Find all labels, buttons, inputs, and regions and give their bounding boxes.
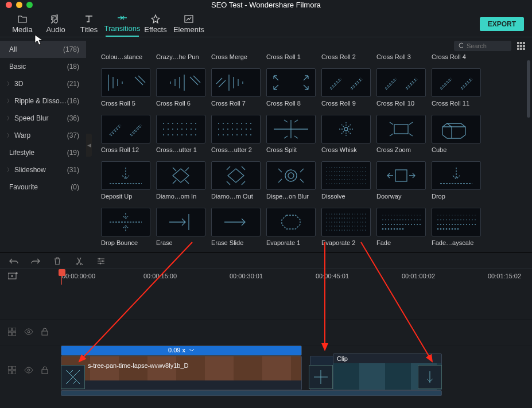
transition-thumbnail[interactable] — [432, 161, 481, 190]
transition-thumbnail[interactable] — [376, 208, 426, 236]
transition-thumbnail[interactable] — [376, 68, 426, 97]
close-window-button[interactable] — [6, 2, 12, 8]
transition-thumbnail[interactable] — [211, 68, 261, 97]
track-lock-toggle[interactable] — [41, 366, 48, 376]
svg-point-266 — [382, 228, 384, 230]
sidebar-item[interactable]: 〉3D(21) — [0, 75, 86, 92]
svg-point-269 — [391, 228, 393, 230]
svg-point-94 — [365, 171, 366, 172]
export-button[interactable]: EXPORT — [480, 17, 524, 31]
transition-thumbnail[interactable] — [321, 161, 371, 190]
svg-point-18 — [195, 123, 196, 124]
transition-name: Cross Merge — [211, 55, 247, 60]
svg-point-74 — [355, 167, 355, 168]
transition-thumbnail[interactable] — [156, 68, 205, 97]
transition-thumbnail[interactable] — [211, 208, 261, 236]
svg-point-177 — [329, 222, 329, 222]
transition-marker-start[interactable] — [61, 365, 85, 389]
transition-thumbnail[interactable] — [266, 161, 316, 190]
nav-elements[interactable]: Elements — [172, 11, 205, 37]
transition-thumbnail[interactable] — [101, 68, 150, 97]
transition-thumbnail[interactable] — [211, 161, 261, 190]
sidebar-item[interactable]: Lifestyle(19) — [0, 144, 86, 161]
transition-thumbnail[interactable] — [266, 68, 316, 97]
transition-thumbnail[interactable] — [211, 115, 261, 143]
transition-thumbnail[interactable] — [432, 208, 481, 236]
transition-thumbnail[interactable] — [156, 161, 205, 190]
sidebar-item[interactable]: All(178) — [0, 41, 86, 58]
transition-thumbnail[interactable] — [156, 115, 205, 143]
svg-rect-7 — [523, 45, 525, 47]
transition-thumbnail[interactable] — [376, 161, 426, 190]
sidebar-item[interactable]: Basic(18) — [0, 58, 86, 75]
transition-thumbnail[interactable] — [376, 115, 426, 143]
transition-thumbnail[interactable] — [266, 208, 316, 236]
transition-thumbnail[interactable] — [266, 115, 316, 143]
svg-point-80 — [329, 171, 329, 172]
undo-button[interactable] — [9, 257, 18, 266]
chevron-icon: 〉 — [7, 115, 12, 122]
transition-thumbnail[interactable] — [101, 115, 150, 143]
nav-titles[interactable]: Titles — [72, 11, 106, 37]
svg-rect-333 — [13, 332, 16, 336]
speed-bar[interactable]: 0.09 x — [61, 345, 302, 356]
transition-thumbnail[interactable] — [432, 115, 481, 143]
svg-point-199 — [344, 226, 345, 226]
add-track-button[interactable] — [8, 272, 18, 282]
split-button[interactable] — [75, 257, 84, 266]
sidebar-item[interactable]: 〉Ripple & Dissol…(16) — [0, 92, 86, 110]
svg-point-92 — [360, 171, 360, 172]
svg-point-149 — [339, 213, 340, 214]
nav-transitions[interactable]: Transitions — [106, 11, 139, 37]
transition-thumbnail[interactable] — [321, 208, 371, 236]
clip-1[interactable]: s-tree-pan-time-lapse-wvwv8ly1b_D — [61, 356, 302, 390]
sidebar-item[interactable]: 〉Warp(37) — [0, 127, 86, 144]
sidebar-collapse-handle[interactable]: ◀ — [86, 134, 92, 157]
svg-point-288 — [437, 219, 438, 220]
track-lock-toggle[interactable] — [41, 328, 48, 337]
track-2[interactable]: 0.09 x s-tree-pan-time-lapse-wvwv8ly1b_D… — [0, 345, 532, 397]
sidebar-item[interactable]: 〉Speed Blur(36) — [0, 110, 86, 127]
svg-point-298 — [466, 219, 467, 220]
svg-point-295 — [457, 219, 458, 220]
adjust-button[interactable] — [96, 257, 106, 266]
transition-thumbnail[interactable] — [101, 161, 150, 190]
maximize-window-button[interactable] — [26, 2, 33, 8]
delete-button[interactable] — [53, 257, 62, 266]
transition-thumbnail[interactable] — [321, 115, 371, 143]
track-visibility-toggle[interactable] — [24, 328, 33, 337]
svg-point-130 — [334, 183, 335, 184]
minimize-window-button[interactable] — [16, 2, 22, 8]
transition-marker-mid[interactable] — [309, 365, 333, 389]
svg-rect-338 — [8, 371, 11, 374]
svg-point-255 — [391, 224, 392, 225]
track-1[interactable] — [0, 319, 532, 345]
search-input[interactable] — [467, 42, 507, 49]
scrollbar[interactable] — [527, 60, 530, 118]
audio-clip[interactable] — [61, 390, 442, 396]
transition-thumbnail[interactable] — [101, 208, 150, 236]
transition-name: Crazy…he Pun — [156, 55, 199, 60]
transition-marker-end[interactable] — [418, 365, 442, 389]
timeline-ruler[interactable]: 00:00:00:0000:00:15:0000:00:30:0100:00:4… — [0, 269, 532, 285]
search-box[interactable] — [454, 41, 511, 51]
svg-point-208 — [326, 230, 327, 230]
nav-effects[interactable]: Effects — [139, 11, 172, 37]
transition-thumbnail[interactable] — [432, 68, 481, 97]
playhead[interactable] — [59, 269, 65, 276]
svg-point-151 — [344, 213, 345, 214]
svg-point-59 — [344, 127, 348, 131]
svg-point-228 — [394, 215, 395, 216]
grid-view-toggle[interactable] — [516, 41, 526, 51]
redo-button[interactable] — [31, 257, 40, 266]
nav-audio[interactable]: Audio — [39, 11, 72, 37]
track-visibility-toggle[interactable] — [24, 367, 33, 375]
sidebar-item[interactable]: Favourite(0) — [0, 178, 86, 196]
nav-media[interactable]: Media — [6, 11, 39, 37]
transition-thumbnail[interactable] — [156, 208, 205, 236]
sidebar-item[interactable]: 〉Slideshow(31) — [0, 161, 86, 178]
svg-point-174 — [362, 217, 363, 218]
sidebar-item-label: Slideshow — [14, 166, 67, 174]
svg-point-120 — [350, 179, 350, 180]
transition-thumbnail[interactable] — [321, 68, 371, 97]
